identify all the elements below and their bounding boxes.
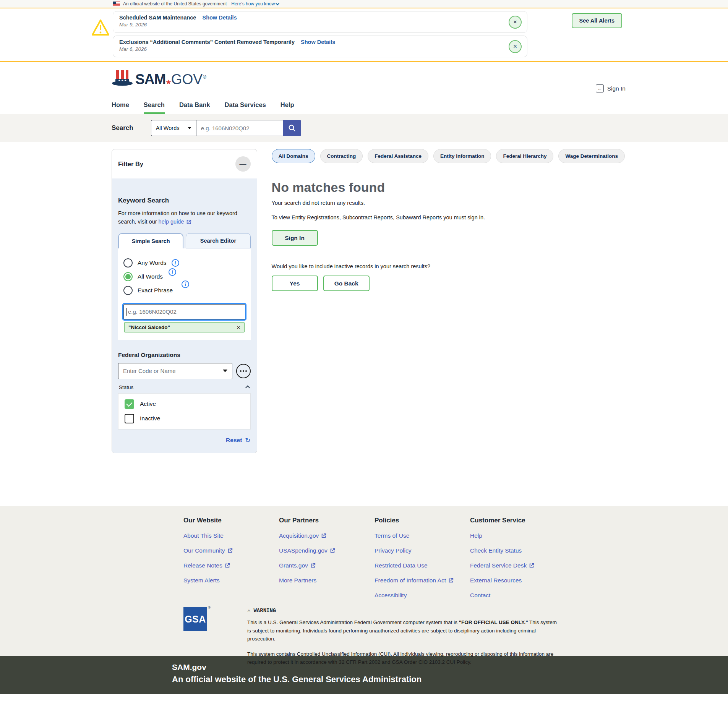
registered-mark: ® [203,75,206,79]
warning-icon: ⚠ [247,607,250,614]
filter-title: Filter By [118,161,143,168]
status-option-inactive: Inactive [125,414,244,423]
footer-link-restricted-data-use[interactable]: Restricted Data Use [375,562,428,569]
footer-link-grants-gov[interactable]: Grants.gov [279,562,316,569]
footer-dark-subtitle: An official website of the U.S. General … [172,674,728,684]
refresh-icon[interactable]: ↻ [245,436,250,444]
federal-organizations-combobox[interactable]: Enter Code or Name [118,363,232,379]
domain-pill-all-domains[interactable]: All Domains [272,149,315,163]
alert-stack: Scheduled SAM Maintenance Show Details M… [113,11,527,57]
domain-pill-entity-information[interactable]: Entity Information [433,149,491,163]
alert-title: Exclusions “Additional Comments” Content… [119,39,295,45]
no-matches-subtitle: Your search did not return any results. [272,200,625,206]
logo-star-icon: ★ [166,79,170,85]
gov-banner-text: An official website of the United States… [123,1,227,6]
footer-link-help[interactable]: Help [470,532,482,539]
close-icon: × [513,43,517,50]
filter-header: Filter By — [112,149,257,178]
header-sign-in[interactable]: ← Sign In [596,84,626,92]
sam-gov-logo[interactable]: ★★★ SAM★GOV® [112,70,728,86]
nav-item-data-services[interactable]: Data Services [225,97,266,114]
select-arrow-icon [188,127,191,129]
show-details-link[interactable]: Show Details [301,39,335,45]
footer-link-contact[interactable]: Contact [470,592,490,599]
select-arrow-icon [223,370,227,372]
show-details-link[interactable]: Show Details [202,15,237,21]
domain-pill-contracting[interactable]: Contracting [320,149,363,163]
registered-mark: ® [208,606,211,610]
main-content: Filter By — Keyword Search For more info… [0,142,728,506]
domain-pill-federal-assistance[interactable]: Federal Assistance [368,149,428,163]
keyword-chip-label: "Niccol Salcedo" [128,324,170,330]
active-label: Active [140,400,156,407]
tab-simple-search[interactable]: Simple Search [118,233,183,248]
active-checkbox[interactable] [125,399,134,409]
help-guide-link[interactable]: help guide [159,217,191,226]
keyword-search-heading: Keyword Search [118,197,251,204]
exact-phrase-radio[interactable] [123,286,133,295]
footer-link-terms-of-use[interactable]: Terms of Use [375,532,409,539]
footer-link-privacy-policy[interactable]: Privacy Policy [375,547,411,554]
footer-link-acquisition-gov[interactable]: Acquisition.gov [279,532,326,539]
collapse-filters-button[interactable]: — [235,156,251,172]
search-input[interactable]: e.g. 1606N020Q02 [196,120,283,136]
domain-pill-federal-hierarchy[interactable]: Federal Hierarchy [496,149,553,163]
keyword-input[interactable]: e.g. 1606N020Q02 [123,304,245,319]
footer-link-usaspending-gov[interactable]: USASpending.gov [279,547,335,554]
footer-col-heading: Our Partners [279,517,375,524]
info-icon[interactable]: i [172,259,179,267]
external-link-icon [225,563,230,568]
all-words-radio[interactable] [123,272,133,281]
nav-item-search[interactable]: Search [144,97,165,114]
footer-link-our-community[interactable]: Our Community [183,547,233,554]
nav-item-help[interactable]: Help [280,97,294,114]
nav-item-data-bank[interactable]: Data Bank [179,97,210,114]
reset-link[interactable]: Reset [226,437,242,444]
footer-link-accessibility[interactable]: Accessibility [375,592,407,599]
search-mode-select[interactable]: All Words [151,120,196,136]
footer-col-heading: Our Website [183,517,279,524]
see-all-alerts-button[interactable]: See All Alerts [572,13,622,28]
keyword-search-description: For more information on how to use our k… [118,209,251,226]
external-link-icon [310,563,316,568]
how-you-know-link[interactable]: Here’s how you know [231,1,279,6]
tab-search-editor[interactable]: Search Editor [186,233,250,248]
chevron-down-icon [276,2,279,5]
any-words-radio[interactable] [123,258,133,268]
go-back-button[interactable]: Go Back [323,276,370,291]
alert-close-button[interactable]: × [509,40,522,53]
info-icon[interactable]: i [169,268,176,276]
info-icon[interactable]: i [182,280,189,288]
us-flag-icon [113,2,120,6]
simple-search-tab-content: Any Words i All Words i Exact Phrase i e… [118,248,251,340]
footer-link-external-resources[interactable]: External Resources [470,577,522,584]
domain-pills: All Domains Contracting Federal Assistan… [272,149,625,163]
federal-organizations-row: Enter Code or Name [118,363,251,379]
chevron-up-icon[interactable] [245,385,250,390]
footer-link-system-alerts[interactable]: System Alerts [183,577,220,584]
chip-remove-icon[interactable]: × [237,324,240,331]
search-icon [288,124,296,132]
footer-link-about-this-site[interactable]: About This Site [183,532,224,539]
footer-link-more-partners[interactable]: More Partners [279,577,316,584]
alert-date: Mar 6, 2026 [119,46,504,52]
footer-col-policies: Policies Terms of Use Privacy Policy Res… [375,517,470,599]
footer-link-foia[interactable]: Freedom of Information Act [375,577,454,584]
warning-paragraph-2: This system contains Controlled Unclassi… [247,650,558,666]
alert-close-button[interactable]: × [509,16,522,29]
external-link-icon [321,533,326,538]
footer-link-release-notes[interactable]: Release Notes [183,562,230,569]
footer-link-federal-service-desk[interactable]: Federal Service Desk [470,562,534,569]
alert-card-exclusions: Exclusions “Additional Comments” Content… [113,36,527,57]
sign-in-button[interactable]: Sign In [272,230,318,246]
yes-button[interactable]: Yes [272,276,318,291]
status-option-active: Active [125,399,244,409]
search-submit-button[interactable] [283,120,301,136]
footer-link-check-entity-status[interactable]: Check Entity Status [470,547,522,554]
radio-row-any-words: Any Words i [123,258,245,268]
nav-item-home[interactable]: Home [112,97,129,114]
warning-title: ⚠ WARNING [247,607,558,614]
federal-organizations-more-button[interactable] [236,364,251,378]
domain-pill-wage-determinations[interactable]: Wage Determinations [558,149,625,163]
inactive-checkbox[interactable] [125,414,134,423]
